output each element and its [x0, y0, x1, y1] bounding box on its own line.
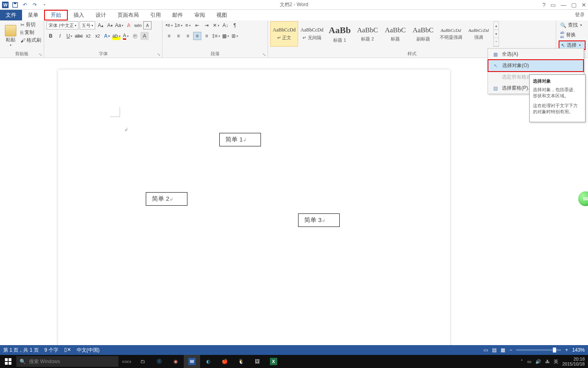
tab-design[interactable]: 设计 [90, 10, 112, 20]
textbox-1[interactable]: 简单 1↲ [219, 133, 261, 146]
view-read-mode[interactable]: ▭ [483, 347, 488, 353]
italic-button[interactable]: I [56, 32, 64, 40]
undo-icon[interactable]: ↶ [21, 1, 29, 9]
font-color-button[interactable]: A [122, 32, 130, 40]
clear-formatting-button[interactable]: A̷ [125, 21, 133, 29]
paragraph-launcher[interactable]: ⤡ [263, 52, 266, 57]
character-border-button[interactable]: A [143, 21, 151, 29]
text-effects-button[interactable]: A [103, 32, 111, 40]
shrink-font-button[interactable]: A▾ [106, 21, 114, 29]
phonetic-guide-button[interactable]: wén [134, 21, 142, 29]
taskbar-excel[interactable]: X [265, 355, 282, 368]
sort-button[interactable]: A↓ [221, 21, 229, 29]
tray-network-icon[interactable]: 🖧 [545, 359, 550, 364]
status-word-count[interactable]: 9 个字 [45, 347, 58, 354]
bold-button[interactable]: B [47, 32, 55, 40]
highlight-button[interactable]: ab [112, 32, 120, 40]
taskbar-app-3[interactable]: 🍎 [216, 355, 233, 368]
minimize-button[interactable]: — [561, 2, 566, 8]
styles-gallery[interactable]: AaBbCcDd↵ 正文AaBbCcDd↵ 无间隔AaBb标题 1AaBbC标题… [270, 21, 553, 51]
tray-ime[interactable]: 英 [554, 359, 558, 365]
paste-button[interactable]: 粘贴 ▾ [2, 21, 19, 51]
style-item[interactable]: AaBbC标题 2 [354, 21, 381, 47]
menu-select-all[interactable]: ▦全选(A) [488, 49, 584, 60]
tab-file[interactable]: 文件 [0, 10, 22, 20]
tab-insert[interactable]: 插入 [68, 10, 90, 20]
taskbar-search[interactable]: 🔍 搜索 Windows [16, 356, 118, 367]
style-item[interactable]: AaBbCcDd↵ 正文 [270, 21, 298, 47]
taskbar-word[interactable]: W [184, 355, 200, 368]
status-language[interactable]: 中文(中国) [77, 347, 100, 354]
status-page[interactable]: 第 1 页，共 1 页 [3, 347, 39, 354]
grow-font-button[interactable]: A▴ [96, 21, 105, 29]
redo-icon[interactable]: ↷ [31, 1, 38, 9]
format-painter-button[interactable]: 🖌格式刷 [20, 37, 41, 44]
font-name-combo[interactable]: 宋体 (中文正▾ [47, 21, 78, 29]
replace-button[interactable]: abac替换 [559, 30, 586, 39]
font-size-combo[interactable]: 五号▾ [80, 21, 95, 29]
zoom-slider[interactable] [516, 349, 561, 351]
superscript-button[interactable]: x2 [94, 32, 102, 40]
change-case-button[interactable]: Aa [115, 21, 123, 29]
login-link[interactable]: 登录 [575, 11, 585, 18]
start-button[interactable] [0, 355, 16, 368]
zoom-out-button[interactable]: − [509, 347, 512, 353]
view-web-layout[interactable]: ▦ [501, 347, 505, 353]
justify-button[interactable]: ≡ [193, 32, 201, 40]
line-spacing-button[interactable]: ‡≡ [212, 32, 220, 40]
taskbar-edge[interactable]: ⓔ [151, 355, 167, 368]
qat-dropdown-icon[interactable]: ▾ [41, 1, 48, 9]
bullets-button[interactable]: •≡ [165, 21, 173, 29]
task-view-button[interactable]: ▭▭ [118, 355, 135, 368]
tab-layout[interactable]: 页面布局 [112, 10, 145, 20]
taskbar-app-2[interactable]: ◐ [200, 355, 216, 368]
asian-layout-button[interactable]: ✕ [212, 21, 220, 29]
shading-button[interactable]: ▦ [221, 32, 229, 40]
style-item[interactable]: AaBbCcDd↵ 无间隔 [298, 21, 326, 47]
find-button[interactable]: 🔍查找▾ [559, 21, 586, 29]
tray-volume-icon[interactable]: 🔊 [535, 359, 541, 364]
clipboard-launcher[interactable]: ⤡ [39, 52, 42, 57]
taskbar-app-4[interactable]: 🐧 [233, 355, 249, 368]
underline-button[interactable]: U [65, 32, 74, 40]
multilevel-list-button[interactable]: ≡ [184, 21, 192, 29]
menu-select-objects[interactable]: ↖选择对象(O) [488, 59, 584, 72]
tray-show-hidden-icon[interactable]: ˄ [521, 359, 523, 364]
character-shading-button[interactable]: A [140, 32, 149, 40]
tab-references[interactable]: 引用 [145, 10, 167, 20]
align-center-button[interactable]: ≡ [174, 32, 183, 40]
font-launcher[interactable]: ⤡ [157, 52, 160, 57]
distributed-button[interactable]: ≡ [203, 32, 211, 40]
taskbar-app-1[interactable]: ◉ [167, 355, 184, 368]
show-marks-button[interactable]: ¶ [231, 21, 239, 29]
style-item[interactable]: AaBbCcDd不明显强调 [437, 21, 465, 47]
tab-menu[interactable]: 菜单 [22, 10, 44, 20]
align-right-button[interactable]: ≡ [184, 32, 192, 40]
tray-clock[interactable]: 20:18 2015/10/18 [562, 357, 585, 366]
align-left-button[interactable]: ≡ [165, 32, 173, 40]
taskbar-photos[interactable]: 🖼 [249, 355, 265, 368]
copy-button[interactable]: ⎘复制 [20, 29, 41, 36]
close-button[interactable]: ✕ [581, 2, 586, 8]
document-area[interactable]: ↲ 简单 1↲ 简单 2↲ 简单 3↲ [0, 58, 588, 345]
textbox-3[interactable]: 简单 3↲ [298, 213, 340, 227]
tab-home[interactable]: 开始 [44, 10, 68, 20]
maximize-button[interactable]: ▢ [571, 2, 577, 8]
textbox-2[interactable]: 简单 2↲ [146, 192, 187, 206]
tab-mailings[interactable]: 邮件 [167, 10, 189, 20]
increase-indent-button[interactable]: ⇥ [203, 21, 211, 29]
numbering-button[interactable]: 1≡ [174, 21, 183, 29]
styles-scroll[interactable]: ▴▾⁼ [493, 21, 499, 47]
zoom-in-button[interactable]: + [565, 347, 568, 353]
ribbon-display-options[interactable]: ▭ [550, 2, 556, 8]
style-item[interactable]: AaBbC副标题 [409, 21, 437, 47]
view-print-layout[interactable]: ▤ [492, 347, 497, 353]
borders-button[interactable]: ⊞ [231, 32, 239, 40]
subscript-button[interactable]: x2 [84, 32, 92, 40]
style-item[interactable]: AaBbCcDd强调 [465, 21, 492, 47]
tray-action-center-icon[interactable]: ▭ [527, 359, 531, 364]
tab-view[interactable]: 视图 [211, 10, 233, 20]
style-item[interactable]: AaBbC标题 [381, 21, 409, 47]
style-item[interactable]: AaBb标题 1 [326, 21, 354, 47]
zoom-level[interactable]: 143% [572, 347, 585, 353]
